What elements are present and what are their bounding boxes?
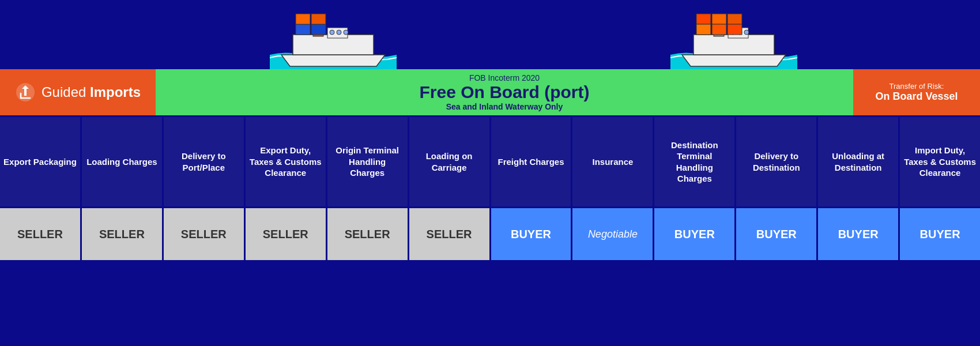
risk-label: Transfer of Risk:	[889, 82, 944, 91]
svg-point-5	[337, 30, 341, 35]
svg-point-17	[744, 30, 749, 35]
assign-cell-export-duty: SELLER	[246, 208, 327, 260]
svg-rect-7	[296, 24, 310, 35]
assign-cell-delivery-to-port: SELLER	[164, 208, 246, 260]
col-header-unloading-at-destination: Unloading at Destination	[818, 117, 900, 206]
risk-value: On Board Vessel	[875, 91, 958, 103]
svg-rect-1	[313, 20, 323, 36]
svg-point-15	[730, 30, 735, 35]
svg-rect-9	[296, 14, 310, 24]
svg-rect-10	[311, 14, 326, 24]
assign-cell-insurance: Negotiable	[572, 208, 654, 260]
assign-cell-unloading-at-destination: BUYER	[818, 208, 900, 260]
col-header-destination-terminal: Destination Terminal Handling Charges	[654, 117, 736, 206]
left-ship	[270, 6, 397, 69]
assign-cell-loading-on-carriage: SELLER	[409, 208, 491, 260]
svg-rect-11	[693, 35, 774, 55]
assign-cell-import-duty: BUYER	[900, 208, 980, 260]
logo-text: Guided Imports	[42, 84, 141, 100]
logo-section: Guided Imports	[0, 69, 156, 115]
svg-point-6	[344, 30, 348, 35]
col-header-insurance: Insurance	[572, 117, 654, 206]
col-header-origin-terminal: Origin Terminal Handling Charges	[327, 117, 409, 206]
col-header-export-duty: Export Duty, Taxes & Customs Clearance	[246, 117, 327, 206]
svg-rect-21	[696, 24, 711, 35]
assign-cell-delivery-to-destination: BUYER	[736, 208, 818, 260]
svg-rect-14	[728, 28, 748, 38]
svg-rect-8	[311, 24, 326, 35]
col-header-freight-charges: Freight Charges	[491, 117, 573, 206]
assign-cell-destination-terminal: BUYER	[654, 208, 736, 260]
svg-rect-20	[728, 14, 742, 24]
col-header-import-duty: Import Duty, Taxes & Customs Clearance	[900, 117, 980, 206]
assign-cell-export-packaging: SELLER	[0, 208, 82, 260]
svg-rect-3	[327, 28, 348, 38]
svg-rect-18	[696, 14, 711, 24]
guided-imports-icon	[15, 82, 36, 103]
col-header-delivery-to-destination: Delivery to Destination	[736, 117, 818, 206]
col-header-loading-charges: Loading Charges	[82, 117, 164, 206]
ships-decoration	[0, 0, 980, 69]
assignment-row: SELLERSELLERSELLERSELLERSELLERSELLERBUYE…	[0, 206, 980, 260]
svg-point-4	[330, 30, 334, 35]
incoterm-subtitle: Sea and Inland Waterway Only	[446, 102, 563, 111]
main-table: Export PackagingLoading ChargesDelivery …	[0, 115, 980, 260]
assign-cell-origin-terminal: SELLER	[327, 208, 409, 260]
incoterm-label: FOB Incoterm 2020	[469, 73, 540, 82]
col-header-export-packaging: Export Packaging	[0, 117, 82, 206]
col-header-delivery-to-port: Delivery to Port/Place	[164, 117, 246, 206]
col-header-loading-on-carriage: Loading on Carriage	[409, 117, 491, 206]
svg-rect-0	[293, 35, 374, 55]
assign-cell-freight-charges: BUYER	[491, 208, 573, 260]
svg-point-16	[737, 30, 742, 35]
title-section: FOB Incoterm 2020 Free On Board (port) S…	[156, 69, 853, 115]
svg-rect-23	[728, 24, 742, 35]
risk-section: Transfer of Risk: On Board Vessel	[853, 69, 980, 115]
incoterm-title: Free On Board (port)	[419, 82, 589, 102]
svg-rect-19	[712, 14, 726, 24]
header-bar: Guided Imports FOB Incoterm 2020 Free On…	[0, 69, 980, 115]
svg-rect-12	[714, 20, 724, 36]
right-ship	[670, 6, 797, 69]
svg-rect-2	[312, 17, 325, 22]
svg-rect-13	[713, 17, 725, 22]
svg-rect-22	[712, 24, 726, 35]
assign-cell-loading-charges: SELLER	[82, 208, 164, 260]
column-headers-row: Export PackagingLoading ChargesDelivery …	[0, 115, 980, 206]
